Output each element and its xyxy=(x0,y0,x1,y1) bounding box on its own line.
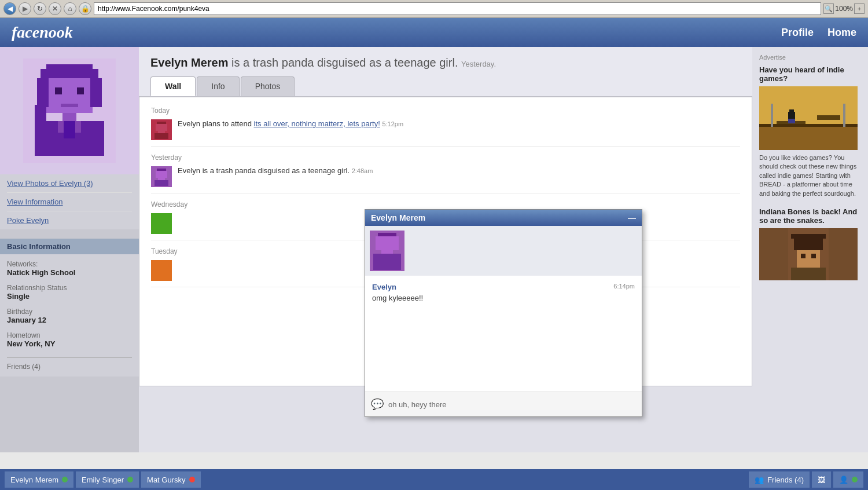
url-bar[interactable] xyxy=(94,2,821,15)
post-avatar-icon xyxy=(151,119,172,140)
chat-message: Evelyn 6:14pm omg kyleeeee!! xyxy=(372,283,635,302)
ad-block-1: Have you heard of indie games? xyxy=(759,65,861,198)
chat-input-text[interactable]: oh uh, heyy there xyxy=(388,400,446,409)
view-info-link[interactable]: View Information xyxy=(7,198,132,206)
profile-header: Evelyn Merem is a trash panda disguised … xyxy=(139,47,752,97)
chat-body: Evelyn 6:14pm omg kyleeeee!! xyxy=(365,276,642,392)
profile-name: Evelyn Merem xyxy=(150,56,229,69)
svg-rect-11 xyxy=(37,78,49,107)
advertise-label: Advertise xyxy=(759,54,861,61)
ad-block-2: Indiana Bones is back! And so are the sn… xyxy=(759,207,861,280)
basic-info-section: Basic Information Networks: Natick High … xyxy=(0,239,139,376)
chat-avatar-svg xyxy=(370,231,404,271)
chat-avatar-image xyxy=(370,231,404,271)
back-button[interactable]: ◀ xyxy=(3,2,16,15)
sidebar-links: View Photos of Evelyn (3) View Informati… xyxy=(0,174,139,229)
day-section-today: Today Evelyn plans to attend its xyxy=(151,107,740,147)
chat-sender: Evelyn xyxy=(372,283,396,291)
zoom-in-button[interactable]: + xyxy=(854,3,865,14)
svg-rect-46 xyxy=(759,228,788,280)
day-label-wed: Wednesday xyxy=(151,200,740,209)
svg-rect-35 xyxy=(788,119,795,123)
home-button[interactable]: ⌂ xyxy=(64,2,76,15)
svg-rect-41 xyxy=(794,239,823,250)
svg-rect-2 xyxy=(41,69,98,78)
svg-rect-37 xyxy=(771,104,773,127)
content-area: Evelyn Merem is a trash panda disguised … xyxy=(139,47,752,452)
chat-message-text: omg kyleeeee!! xyxy=(372,294,635,302)
svg-rect-32 xyxy=(817,115,840,120)
svg-rect-18 xyxy=(155,133,168,139)
birthday-value: January 12 xyxy=(7,316,46,324)
profile-link[interactable]: Profile xyxy=(781,27,814,39)
poke-link[interactable]: Poke Evelyn xyxy=(7,216,132,225)
relationship-value: Single xyxy=(7,292,30,301)
post-time-yesterday: 2:48am xyxy=(352,167,373,174)
chat-input-area[interactable]: 💬 oh uh, heyy there xyxy=(365,392,642,416)
profile-status: is a trash panda disguised as a teenage … xyxy=(231,56,458,69)
relationship-label: Relationship Status xyxy=(7,284,132,292)
main-layout: View Photos of Evelyn (3) View Informati… xyxy=(0,47,868,452)
svg-rect-16 xyxy=(156,124,167,131)
stop-button[interactable]: ✕ xyxy=(49,2,61,15)
basic-info-header: Basic Information xyxy=(0,239,139,254)
tab-photos[interactable]: Photos xyxy=(241,76,295,96)
svg-rect-36 xyxy=(759,124,858,127)
hometown-label: Hometown xyxy=(7,331,132,339)
svg-rect-45 xyxy=(791,268,826,280)
ad-game-image xyxy=(759,86,858,150)
home-link[interactable]: Home xyxy=(827,27,856,39)
ad-title-2[interactable]: Indiana Bones is back! And so are the sn… xyxy=(759,207,861,225)
svg-rect-7 xyxy=(62,113,76,122)
zoom-control: 🔍 100% + xyxy=(823,3,865,14)
tab-wall[interactable]: Wall xyxy=(150,76,196,96)
post-avatar-yesterday xyxy=(151,166,172,187)
day-section-yesterday: Yesterday Evelyn is a trash panda disgui… xyxy=(151,153,740,193)
svg-rect-12 xyxy=(90,78,102,107)
svg-rect-4 xyxy=(55,87,62,94)
post-avatar-tue xyxy=(151,260,172,281)
chat-popup: Evelyn Merem — Evelyn 6:14pm xyxy=(365,209,642,417)
ad-text-1: Do you like video games? You should chec… xyxy=(759,153,861,198)
svg-rect-20 xyxy=(157,169,166,171)
post-event-link[interactable]: its all over, nothing matterz, lets part… xyxy=(254,119,380,128)
svg-rect-23 xyxy=(155,180,168,186)
svg-rect-13 xyxy=(35,105,46,128)
post-time-today: 5:12pm xyxy=(382,120,403,127)
chat-input-icon: 💬 xyxy=(371,398,384,411)
post-prefix: Evelyn plans to attend xyxy=(178,119,254,128)
svg-rect-30 xyxy=(759,127,858,150)
networks-value: Natick High School xyxy=(7,268,75,277)
svg-rect-25 xyxy=(378,233,396,236)
birthday-field: Birthday January 12 xyxy=(7,308,132,324)
post-avatar-icon-y xyxy=(151,166,172,187)
right-sidebar: Advertise Have you heard of indie games? xyxy=(752,47,868,452)
ad-image-2[interactable] xyxy=(759,228,858,280)
site-logo[interactable]: facenook xyxy=(12,23,73,42)
ad-image-1[interactable] xyxy=(759,86,858,150)
svg-rect-33 xyxy=(788,112,795,119)
chat-minimize-button[interactable]: — xyxy=(628,213,636,222)
post-item-yesterday: Evelyn is a trash panda disguised as a t… xyxy=(151,166,740,193)
hometown-value: New York, NY xyxy=(7,339,55,348)
chat-time: 6:14pm xyxy=(613,283,635,290)
tabs: Wall Info Photos xyxy=(150,76,741,96)
post-text-yesterday: Evelyn is a trash panda disguised as a t… xyxy=(178,166,740,175)
left-sidebar: View Photos of Evelyn (3) View Informati… xyxy=(0,47,139,452)
view-photos-link[interactable]: View Photos of Evelyn (3) xyxy=(7,179,132,188)
svg-rect-38 xyxy=(843,104,845,127)
svg-rect-44 xyxy=(811,254,816,258)
topnav: facenook Profile Home xyxy=(0,18,868,47)
day-label-today: Today xyxy=(151,107,740,115)
post-avatar-today xyxy=(151,119,172,140)
ad-title-1[interactable]: Have you heard of indie games? xyxy=(759,65,861,83)
basic-info-body: Networks: Natick High School Relationshi… xyxy=(0,254,139,376)
chat-header: Evelyn Merem — xyxy=(365,210,642,226)
ad-indiana-image xyxy=(759,228,858,280)
zoom-out-button[interactable]: 🔍 xyxy=(823,3,834,14)
post-status: Evelyn is a trash panda disguised as a t… xyxy=(178,166,350,175)
forward-button[interactable]: ▶ xyxy=(19,2,31,15)
zoom-level: 100% xyxy=(835,5,853,13)
tab-info[interactable]: Info xyxy=(197,76,239,96)
reload-button[interactable]: ↻ xyxy=(34,2,46,15)
